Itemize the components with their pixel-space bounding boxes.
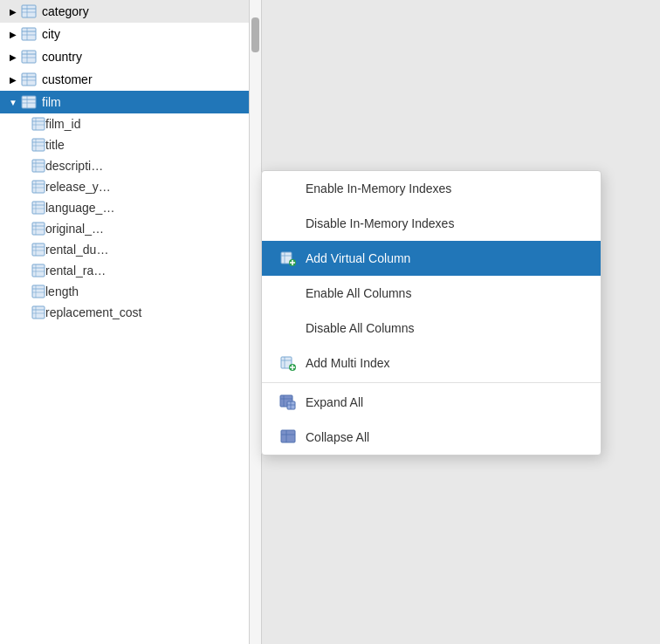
svg-rect-56 xyxy=(32,306,45,319)
tree-child-replacement_cost[interactable]: replacement_cost xyxy=(0,302,261,323)
arrow-icon xyxy=(7,5,19,17)
tree-item-city[interactable]: city xyxy=(0,23,261,45)
column-label: release_y… xyxy=(45,180,111,194)
menu-item-label: Collapse All xyxy=(306,430,369,444)
column-icon xyxy=(31,222,45,236)
tree-child-film_id[interactable]: film_id xyxy=(0,113,261,134)
menu-item-label: Add Multi Index xyxy=(306,356,390,370)
menu-item-expand-all[interactable]: Expand All xyxy=(262,385,601,420)
menu-item-label: Disable All Columns xyxy=(306,321,415,335)
svg-rect-16 xyxy=(22,96,36,108)
table-icon xyxy=(21,95,37,109)
svg-rect-28 xyxy=(32,160,45,172)
menu-item-disable-memory[interactable]: Disable In-Memory Indexes xyxy=(262,206,601,241)
svg-rect-0 xyxy=(22,5,36,17)
tree-child-release_year[interactable]: release_y… xyxy=(0,176,261,197)
tree-item-label: country xyxy=(42,50,82,64)
column-label: replacement_cost xyxy=(45,305,142,319)
table-icon xyxy=(21,50,37,64)
table-icon xyxy=(21,27,37,41)
tree-child-title[interactable]: title xyxy=(0,134,261,155)
svg-rect-78 xyxy=(281,430,295,442)
column-label: language_… xyxy=(45,201,114,215)
menu-item-disable-all-columns[interactable]: Disable All Columns xyxy=(262,311,601,346)
column-icon xyxy=(31,243,45,257)
scrollbar[interactable] xyxy=(249,0,261,644)
svg-rect-20 xyxy=(32,118,45,130)
tree-item-customer[interactable]: customer xyxy=(0,68,261,91)
column-icon xyxy=(31,159,45,173)
svg-rect-8 xyxy=(22,51,36,63)
menu-item-enable-all-columns[interactable]: Enable All Columns xyxy=(262,276,601,311)
arrow-icon xyxy=(7,73,19,86)
tree-child-rental_rate[interactable]: rental_ra… xyxy=(0,260,261,281)
svg-rect-75 xyxy=(287,401,295,409)
menu-item-label: Enable All Columns xyxy=(306,286,411,300)
arrow-icon xyxy=(7,96,19,108)
menu-item-label: Expand All xyxy=(306,395,363,409)
menu-separator xyxy=(262,382,601,383)
svg-rect-36 xyxy=(32,202,45,214)
tree-item-category[interactable]: category xyxy=(0,0,261,23)
menu-item-label: Add Virtual Column xyxy=(306,251,410,265)
tree-item-label: film xyxy=(42,95,61,109)
arrow-icon xyxy=(7,51,19,63)
tree-item-label: customer xyxy=(42,72,93,86)
table-icon xyxy=(21,4,37,18)
column-label: descripti… xyxy=(45,159,103,173)
menu-item-label: Disable In-Memory Indexes xyxy=(306,216,454,230)
collapse-icon xyxy=(279,428,297,446)
column-icon xyxy=(31,117,45,131)
menu-item-enable-memory[interactable]: Enable In-Memory Indexes xyxy=(262,171,601,206)
tree-item-film[interactable]: film xyxy=(0,91,261,113)
column-icon xyxy=(31,201,45,215)
tree-panel: category city country xyxy=(0,0,262,644)
empty-icon xyxy=(279,180,297,197)
arrow-icon xyxy=(7,28,19,40)
svg-rect-24 xyxy=(32,139,45,151)
svg-rect-32 xyxy=(32,181,45,193)
menu-item-label: Enable In-Memory Indexes xyxy=(306,182,451,195)
column-label: length xyxy=(45,284,79,298)
column-label: original_… xyxy=(45,222,104,236)
tree-item-label: category xyxy=(42,4,89,18)
svg-rect-44 xyxy=(32,243,45,256)
column-label: title xyxy=(45,138,65,152)
multi-index-icon xyxy=(279,354,297,372)
tree-child-rental_duration[interactable]: rental_du… xyxy=(0,239,261,260)
menu-item-add-virtual-column[interactable]: Add Virtual Column xyxy=(262,241,601,276)
column-icon xyxy=(31,305,45,319)
expand-icon xyxy=(279,394,297,411)
column-label: film_id xyxy=(45,117,80,131)
svg-rect-52 xyxy=(32,285,45,298)
column-label: rental_du… xyxy=(45,243,108,257)
menu-item-collapse-all[interactable]: Collapse All xyxy=(262,420,601,455)
menu-item-add-multi-index[interactable]: Add Multi Index xyxy=(262,346,601,380)
svg-rect-4 xyxy=(22,28,36,40)
column-icon xyxy=(31,180,45,194)
column-icon xyxy=(31,138,45,152)
svg-rect-12 xyxy=(22,73,36,86)
tree-child-original_language[interactable]: original_… xyxy=(0,218,261,239)
scrollbar-thumb[interactable] xyxy=(251,17,259,52)
column-icon xyxy=(31,264,45,277)
tree-item-country[interactable]: country xyxy=(0,45,261,68)
context-menu: Enable In-Memory Indexes Disable In-Memo… xyxy=(261,170,602,456)
column-label: rental_ra… xyxy=(45,264,106,277)
tree-item-label: city xyxy=(42,27,60,41)
svg-rect-48 xyxy=(32,264,45,277)
empty-icon xyxy=(279,215,297,232)
virtual-column-icon xyxy=(279,250,297,267)
table-icon xyxy=(21,72,37,86)
column-icon xyxy=(31,284,45,298)
tree-child-language[interactable]: language_… xyxy=(0,197,261,218)
empty-icon xyxy=(279,284,297,302)
svg-rect-40 xyxy=(32,223,45,235)
tree-child-length[interactable]: length xyxy=(0,281,261,302)
empty-icon xyxy=(279,319,297,337)
tree-child-description[interactable]: descripti… xyxy=(0,155,261,176)
